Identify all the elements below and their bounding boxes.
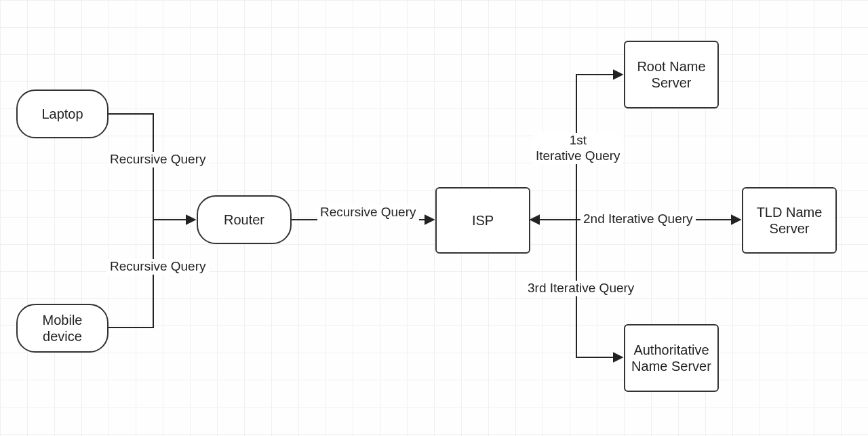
node-tld-label: TLD Name Server — [749, 204, 830, 237]
edge-label-isp-auth: 3rd Iterative Query — [525, 281, 637, 296]
edges-layer — [0, 0, 868, 436]
node-auth-label: Authoritative Name Server — [631, 342, 712, 374]
node-isp-label: ISP — [472, 212, 494, 229]
edge-label-router-isp: Recursive Query — [317, 205, 419, 220]
node-router[interactable]: Router — [197, 195, 292, 244]
edge-label-laptop-router: Recursive Query — [107, 152, 209, 167]
node-tld[interactable]: TLD Name Server — [742, 187, 837, 254]
node-isp[interactable]: ISP — [435, 187, 530, 254]
node-laptop-label: Laptop — [41, 106, 83, 122]
node-mobile[interactable]: Mobile device — [16, 304, 108, 353]
node-router-label: Router — [224, 212, 264, 228]
node-root[interactable]: Root Name Server — [624, 41, 719, 108]
node-laptop[interactable]: Laptop — [16, 90, 108, 138]
diagram-canvas: Laptop Mobile device Router ISP Root Nam… — [0, 0, 868, 436]
edge-label-isp-tld: 2nd Iterative Query — [580, 212, 696, 227]
edge-label-mobile-router: Recursive Query — [107, 259, 209, 275]
node-root-label: Root Name Server — [631, 58, 712, 91]
node-auth[interactable]: Authoritative Name Server — [624, 324, 719, 392]
edge-label-isp-root: 1st Iterative Query — [533, 133, 623, 164]
node-mobile-label: Mobile device — [23, 312, 102, 344]
